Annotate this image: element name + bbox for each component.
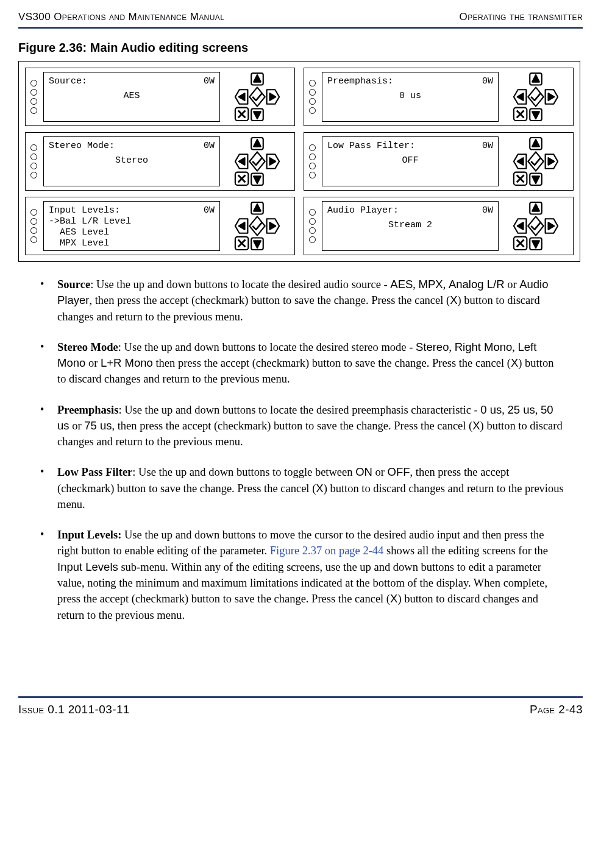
lcd-power: 0W [482,76,493,87]
term-stereo: Stereo Mode [57,341,118,353]
lcd-panel: Source:0WAES [25,68,295,126]
led-icon [30,80,37,86]
status-leds [29,144,40,178]
lcd-value: OFF [327,155,493,166]
led-icon [309,98,316,105]
lcd-title: Source: [49,76,87,87]
lcd-panel: Preemphasis:0W0 us [304,68,574,126]
term-source: Source [57,278,90,291]
lcd-value: Stereo [49,155,215,166]
led-icon [309,153,316,160]
page-footer: Issue 0.1 2011-03-11 Page 2-43 [18,698,583,729]
nav-pad[interactable] [224,72,291,122]
lcd-value: AES [49,91,215,102]
bullet-stereo: Stereo Mode: Use the up and down buttons… [37,339,564,387]
led-icon [309,80,316,86]
led-icon [309,236,316,243]
svg-marker-32 [249,152,265,171]
bullet-lpf: Low Pass Filter: Use the up and down but… [37,464,564,512]
led-icon [309,89,316,96]
footer-right: Page 2-43 [530,703,583,716]
led-icon [30,172,37,178]
status-leds [308,144,318,178]
led-icon [30,227,37,234]
term-input-levels: Input Levels: [57,529,121,541]
led-icon [309,227,316,234]
lcd-value: Stream 2 [327,220,493,231]
led-icon [309,172,316,178]
lcd-line: MPX Level [49,238,215,249]
header-left: VS300 Operations and Maintenance Manual [18,11,224,23]
lcd-power: 0W [204,141,215,152]
lcd-power: 0W [482,205,493,216]
nav-pad[interactable] [224,136,291,186]
lcd-panel: Low Pass Filter:0WOFF [304,132,574,191]
nav-pad[interactable] [502,136,569,186]
status-leds [29,209,40,243]
led-icon [30,107,37,114]
svg-marker-68 [528,216,543,235]
led-icon [309,107,316,114]
lcd-value: 0 us [327,91,493,102]
lcd-panel: Input Levels:0W->Bal L/R Level AES Level… [25,197,295,255]
led-icon [30,218,37,225]
bullet-input-levels: Input Levels: Use the up and down button… [37,527,564,623]
led-icon [30,98,37,105]
lcd-power: 0W [204,205,215,216]
led-icon [30,236,37,243]
led-icon [30,89,37,96]
lcd-display: Low Pass Filter:0WOFF [322,136,499,186]
lcd-display: Source:0WAES [43,72,220,122]
lcd-display: Preemphasis:0W0 us [322,72,499,122]
figure-caption: Figure 2.36: Main Audio editing screens [18,41,583,55]
svg-marker-8 [249,87,265,106]
nav-pad[interactable] [502,72,569,122]
led-icon [30,163,37,169]
lcd-panel: Audio Player:0WStream 2 [304,197,574,255]
status-leds [308,80,318,114]
term-preemphasis: Preemphasis [57,404,118,416]
status-leds [29,80,40,114]
lcd-panel: Stereo Mode:0WStereo [25,132,295,191]
led-icon [309,144,316,151]
nav-pad[interactable] [224,201,291,251]
screens-frame: Source:0WAES Preemphasis:0W0 us [18,61,580,262]
svg-marker-20 [528,87,543,106]
page-header: VS300 Operations and Maintenance Manual … [18,11,583,27]
lcd-power: 0W [482,141,493,152]
lcd-line: AES Level [49,227,215,238]
nav-pad[interactable] [502,201,569,251]
lcd-title: Low Pass Filter: [327,141,415,152]
bullet-preemphasis: Preemphasis: Use the up and down buttons… [37,402,564,450]
status-leds [308,209,318,243]
bullet-source: Source: Use the up and down buttons to l… [37,277,564,325]
lcd-display: Input Levels:0W->Bal L/R Level AES Level… [43,201,220,251]
led-icon [30,153,37,160]
cross-reference-link[interactable]: Figure 2.37 on page 2-44 [270,545,384,557]
lcd-power: 0W [204,76,215,87]
lcd-display: Stereo Mode:0WStereo [43,136,220,186]
lcd-title: Input Levels: [49,205,120,216]
led-icon [30,144,37,151]
svg-marker-56 [249,216,265,235]
led-icon [309,218,316,225]
lcd-line: ->Bal L/R Level [49,216,215,227]
lcd-title: Stereo Mode: [49,141,115,152]
footer-left: Issue 0.1 2011-03-11 [18,703,130,716]
term-lpf: Low Pass Filter [57,466,132,478]
lcd-title: Audio Player: [327,205,399,216]
screens-grid: Source:0WAES Preemphasis:0W0 us [25,68,574,255]
lcd-title: Preemphasis: [327,76,393,87]
lcd-display: Audio Player:0WStream 2 [322,201,499,251]
led-icon [309,209,316,216]
led-icon [30,209,37,216]
description-list: Source: Use the up and down buttons to l… [37,277,564,623]
led-icon [309,163,316,169]
header-right: Operating the transmitter [460,11,583,23]
svg-marker-44 [528,152,543,171]
header-rule [18,27,583,29]
